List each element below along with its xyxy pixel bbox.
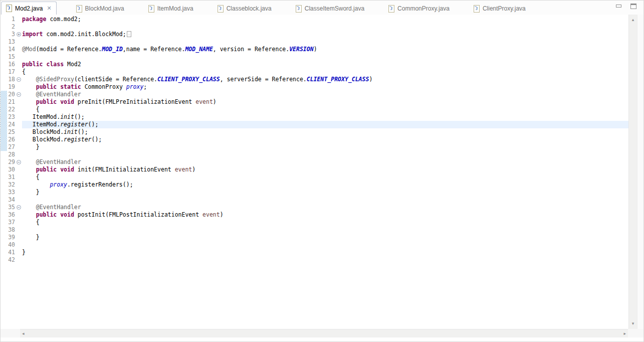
scroll-up-arrow-icon[interactable]: ▴ [629, 18, 637, 22]
code-line[interactable]: 16public class Mod2 [1, 61, 628, 68]
fold-collapse-icon[interactable]: − [17, 205, 21, 210]
code-text[interactable]: import com.mod2.init.BlockMod;‥ [22, 31, 628, 38]
code-line[interactable]: 39 } [1, 234, 628, 241]
tab-clientproxy-java[interactable]: JClientProxy.java [469, 3, 530, 15]
code-text[interactable]: @Mod(modid = Reference.MOD_ID,name = Ref… [22, 46, 628, 53]
code-text[interactable]: { [22, 68, 628, 76]
code-text[interactable]: } [22, 234, 628, 241]
code-line[interactable]: 2 [1, 23, 628, 31]
code-text[interactable] [22, 23, 628, 31]
code-token: CommonProxy [81, 83, 126, 90]
code-line[interactable]: 27 } [1, 143, 628, 151]
code-line[interactable]: 31 { [1, 174, 628, 181]
code-text[interactable]: package com.mod2; [22, 16, 628, 23]
code-text[interactable]: @EventHandler [22, 204, 628, 211]
code-line[interactable]: 28 [1, 151, 628, 158]
code-line[interactable]: 14@Mod(modid = Reference.MOD_ID,name = R… [1, 46, 628, 53]
code-text[interactable] [22, 226, 628, 234]
code-line[interactable]: 1package com.mod2; [1, 16, 628, 23]
line-number: 41 [7, 249, 16, 256]
code-line[interactable]: 26 BlockMod.register(); [1, 136, 628, 143]
code-line[interactable]: 37 { [1, 219, 628, 226]
code-line[interactable]: 36 public void postInit(FMLPostInitializ… [1, 211, 628, 219]
code-line[interactable]: 42 [1, 256, 628, 264]
code-text[interactable]: public static CommonProxy proxy; [22, 83, 628, 91]
code-line[interactable]: 21 public void preInit(FMLPreInitializat… [1, 98, 628, 106]
code-line[interactable]: 38 [1, 226, 628, 234]
code-line[interactable]: 41} [1, 249, 628, 256]
code-line[interactable]: 29− @EventHandler [1, 158, 628, 166]
code-line[interactable]: 25 BlockMod.init(); [1, 128, 628, 136]
tab-commonproxy-java[interactable]: JCommonProxy.java [384, 3, 454, 15]
fold-expand-icon[interactable]: + [17, 32, 21, 37]
overview-ruler[interactable] [637, 15, 643, 329]
code-line[interactable]: 18− @SidedProxy(clientSide = Reference.C… [1, 76, 628, 83]
fold-collapse-icon[interactable]: − [17, 92, 21, 97]
tab-blockmod-java[interactable]: JBlockMod.java [72, 3, 129, 15]
tab-mod2-java[interactable]: JMod2.java✕ [1, 2, 57, 15]
code-text[interactable]: { [22, 106, 628, 113]
code-text[interactable]: BlockMod.init(); [22, 128, 628, 136]
code-line[interactable]: 19 public static CommonProxy proxy; [1, 83, 628, 91]
code-line[interactable]: 3+import com.mod2.init.BlockMod;‥ [1, 31, 628, 38]
scroll-left-arrow-icon[interactable]: ◂ [22, 331, 25, 336]
code-text[interactable] [22, 256, 628, 264]
code-text[interactable] [22, 151, 628, 158]
code-text[interactable]: { [22, 219, 628, 226]
code-text[interactable]: public void preInit(FMLPreInitialization… [22, 98, 628, 106]
code-text[interactable]: BlockMod.register(); [22, 136, 628, 143]
collapsed-code-icon[interactable]: ‥ [127, 31, 131, 37]
code-text[interactable]: } [22, 143, 628, 151]
code-line[interactable]: 30 public void init(FMLInitializationEve… [1, 166, 628, 174]
fold-column [16, 113, 22, 121]
code-line[interactable]: 40 [1, 241, 628, 249]
annotation-column [1, 181, 7, 189]
code-text[interactable]: proxy.registerRenders(); [22, 181, 628, 189]
code-pane[interactable]: 1package com.mod2;23+import com.mod2.ini… [1, 15, 628, 329]
fold-collapse-icon[interactable]: − [17, 160, 21, 164]
code-line[interactable]: 34 [1, 196, 628, 204]
code-line[interactable]: 33 } [1, 189, 628, 196]
fold-column [16, 46, 22, 53]
code-text[interactable]: } [22, 189, 628, 196]
code-line[interactable]: 35− @EventHandler [1, 204, 628, 211]
code-token: com.mod2; [46, 16, 81, 23]
code-line[interactable]: 20− @EventHandler [1, 91, 628, 98]
code-text[interactable] [22, 38, 628, 46]
scroll-down-arrow-icon[interactable]: ▾ [629, 321, 637, 326]
code-line[interactable]: 22 { [1, 106, 628, 113]
vertical-scrollbar[interactable]: ▴ ▾ [628, 15, 637, 329]
code-text[interactable]: @SidedProxy(clientSide = Reference.CLIEN… [22, 76, 628, 83]
code-text[interactable]: public void init(FMLInitializationEvent … [22, 166, 628, 174]
code-text[interactable] [22, 53, 628, 61]
tab-classeblock-java[interactable]: JClasseblock.java [213, 3, 276, 15]
tab-itemmod-java[interactable]: JItemMod.java [144, 3, 198, 15]
code-text[interactable]: } [22, 249, 628, 256]
code-line[interactable]: 24 ItemMod.register(); [1, 121, 628, 128]
tab-classeitemsword-java[interactable]: JClasseItemSword.java [291, 3, 369, 15]
code-text[interactable] [22, 196, 628, 204]
code-text[interactable]: @EventHandler [22, 91, 628, 98]
minimize-icon[interactable] [616, 5, 621, 8]
change-indicator [1, 98, 7, 106]
code-token: , serverSide = Reference. [220, 76, 307, 83]
code-line[interactable]: 17{ [1, 68, 628, 76]
horizontal-scrollbar[interactable]: ◂ ▸ [20, 329, 628, 337]
code-text[interactable]: public class Mod2 [22, 61, 628, 68]
code-text[interactable] [22, 241, 628, 249]
code-text[interactable]: ItemMod.register(); [22, 121, 628, 128]
fold-column [16, 211, 22, 219]
code-line[interactable]: 13 [1, 38, 628, 46]
code-line[interactable]: 23 ItemMod.init(); [1, 113, 628, 121]
tab-close-icon[interactable]: ✕ [47, 6, 51, 11]
code-text[interactable]: ItemMod.init(); [22, 113, 628, 121]
code-text[interactable]: { [22, 174, 628, 181]
scroll-right-arrow-icon[interactable]: ▸ [623, 331, 626, 336]
fold-collapse-icon[interactable]: − [17, 77, 21, 82]
code-text[interactable]: @EventHandler [22, 158, 628, 166]
code-line[interactable]: 32 proxy.registerRenders(); [1, 181, 628, 189]
annotation-column [1, 226, 7, 234]
code-text[interactable]: public void postInit(FMLPostInitializati… [22, 211, 628, 219]
code-line[interactable]: 15 [1, 53, 628, 61]
maximize-icon[interactable] [630, 4, 636, 9]
